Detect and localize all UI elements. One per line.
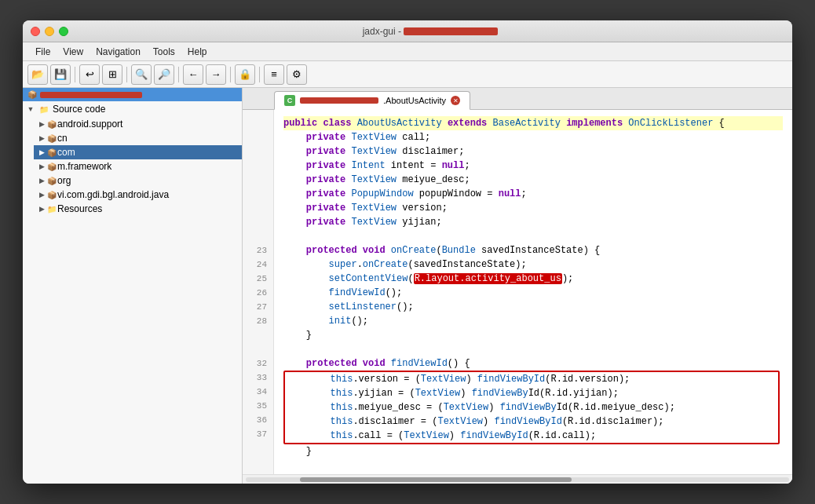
- line-numbers: 23 24 25 26 27 28 32 33 34 35 36 37: [243, 110, 274, 474]
- code-line-setcontent: setContentView(R.layout.activity_about_u…: [283, 272, 783, 286]
- sidebar-header-redacted: [40, 92, 142, 98]
- code-scroll[interactable]: 23 24 25 26 27 28 32 33 34 35 36 37: [243, 110, 792, 474]
- tab-redacted: [300, 97, 378, 104]
- sidebar-root-label: Source code: [53, 104, 105, 115]
- code-line-field7: private TextView yijian;: [283, 215, 783, 229]
- search-button[interactable]: 🔍: [131, 64, 152, 85]
- sidebar: 📦 ▼ 📁 Source code ▶ 📦 android.support ▶ …: [23, 88, 243, 484]
- code-line-field2: private TextView disclaimer;: [283, 144, 783, 159]
- sidebar-item-android-support[interactable]: ▶ 📦 android.support: [34, 117, 242, 131]
- package-icon-2: 📦: [46, 147, 57, 158]
- root-folder-icon: 📁: [38, 104, 49, 115]
- menu-bar: File View Navigation Tools Help: [23, 42, 792, 61]
- tab-class-icon: C: [284, 95, 295, 106]
- open-folder-button[interactable]: 📂: [27, 64, 48, 85]
- window-title: jadx-gui -: [76, 26, 784, 37]
- code-line-super: super.onCreate(savedInstanceState);: [283, 257, 783, 272]
- arrow-icon-2: ▶: [37, 148, 46, 157]
- separator-1: [75, 67, 75, 82]
- toolbar: 📂 💾 ↩ ⊞ 🔍 🔎 ← → 🔒 ≡ ⚙: [23, 61, 792, 88]
- decompile-button[interactable]: ↩: [79, 64, 100, 85]
- sidebar-item-vi[interactable]: ▶ 📦 vi.com.gdi.bgl.android.java: [34, 188, 242, 202]
- zoom-button[interactable]: 🔎: [154, 64, 174, 85]
- forward-button[interactable]: →: [206, 64, 226, 85]
- code-line-blank1: [283, 229, 783, 243]
- close-button[interactable]: [31, 27, 40, 36]
- arrow-icon-6: ▶: [37, 204, 46, 214]
- main-window: jadx-gui - File View Navigation Tools He…: [23, 20, 792, 484]
- arrow-icon-4: ▶: [37, 176, 46, 185]
- menu-file[interactable]: File: [29, 45, 57, 59]
- package-icon-0: 📦: [46, 119, 57, 130]
- code-line-34: this.yijian = (TextView) findViewById(R.…: [285, 386, 778, 400]
- code-line-37: this.call = (TextView) findViewById(R.id…: [285, 429, 778, 443]
- scrollbar-thumb: [300, 477, 572, 482]
- sidebar-root-item[interactable]: ▼ 📁 Source code: [23, 101, 242, 117]
- traffic-lights: [31, 27, 68, 36]
- main-content: 📦 ▼ 📁 Source code ▶ 📦 android.support ▶ …: [23, 88, 792, 484]
- back-button[interactable]: ←: [183, 64, 203, 85]
- code-line-field4: private TextView meiyue_desc;: [283, 173, 783, 187]
- code-line-field3: private Intent intent = null;: [283, 159, 783, 173]
- code-tab[interactable]: C .AboutUsActivity ✕: [274, 91, 470, 110]
- scrollbar-track: [246, 477, 789, 482]
- separator-2: [126, 67, 127, 82]
- arrow-icon-5: ▶: [37, 190, 46, 199]
- sidebar-item-com[interactable]: ▶ 📦 com: [34, 145, 242, 159]
- red-highlight-box: this.version = (TextView) findViewById(R…: [283, 371, 780, 444]
- root-arrow-icon: ▼: [26, 104, 35, 114]
- package-icon-5: 📦: [46, 189, 57, 200]
- sidebar-header: 📦: [23, 88, 242, 101]
- sidebar-item-mframework[interactable]: ▶ 📦 m.framework: [34, 159, 242, 173]
- title-redacted: [404, 27, 498, 35]
- code-line-closebrace2: }: [283, 444, 783, 458]
- code-body: 23 24 25 26 27 28 32 33 34 35 36 37: [243, 110, 792, 474]
- list-button[interactable]: ≡: [264, 64, 284, 85]
- code-content: public class AboutUsActivity extends Bas…: [274, 110, 792, 474]
- folder-icon-6: 📁: [46, 203, 57, 214]
- sidebar-item-org[interactable]: ▶ 📦 org: [34, 173, 242, 188]
- maximize-button[interactable]: [59, 27, 68, 36]
- code-line-findviewid: protected void findViewId() {: [283, 356, 783, 371]
- code-line-field5: private PopupWindow popupWindow = null;: [283, 187, 783, 201]
- horizontal-scrollbar[interactable]: [243, 474, 792, 484]
- sidebar-item-resources[interactable]: ▶ 📁 Resources: [34, 202, 242, 216]
- package-icon-1: 📦: [46, 133, 57, 144]
- code-line-setlinstener: setLinstener();: [283, 300, 783, 314]
- tab-label: .AboutUsActivity: [383, 96, 446, 105]
- title-bar: jadx-gui -: [23, 20, 792, 42]
- code-line-field6: private TextView version;: [283, 201, 783, 215]
- tab-close-button[interactable]: ✕: [451, 96, 460, 105]
- code-line-35: this.meiyue_desc = (TextView) findViewBy…: [285, 400, 778, 415]
- grid-button[interactable]: ⊞: [102, 64, 122, 85]
- menu-navigation[interactable]: Navigation: [90, 45, 147, 59]
- menu-help[interactable]: Help: [181, 45, 214, 59]
- code-line-oncreate: protected void onCreate(Bundle savedInst…: [283, 243, 783, 257]
- tab-bar: C .AboutUsActivity ✕: [243, 88, 792, 110]
- arrow-icon-0: ▶: [37, 119, 46, 129]
- code-line-33: this.version = (TextView) findViewById(R…: [285, 372, 778, 386]
- sidebar-item-cn[interactable]: ▶ 📦 cn: [34, 131, 242, 145]
- code-line-field1: private TextView call;: [283, 130, 783, 144]
- minimize-button[interactable]: [45, 27, 54, 36]
- settings-button[interactable]: ⚙: [287, 64, 307, 85]
- separator-5: [259, 67, 260, 82]
- code-line-class: public class AboutUsActivity extends Bas…: [283, 116, 783, 130]
- arrow-icon-1: ▶: [37, 133, 46, 143]
- arrow-icon-3: ▶: [37, 162, 46, 171]
- code-line-blank2: [283, 342, 783, 356]
- menu-view[interactable]: View: [57, 45, 90, 59]
- lock-button[interactable]: 🔒: [235, 64, 255, 85]
- separator-3: [178, 67, 179, 82]
- code-line-init: init();: [283, 314, 783, 328]
- code-line-36: this.disclaimer = (TextView) findViewByI…: [285, 415, 778, 429]
- code-line-closebrace1: }: [283, 328, 783, 342]
- code-line-findview: findViewId();: [283, 286, 783, 300]
- save-button[interactable]: 💾: [50, 64, 71, 85]
- package-icon-4: 📦: [46, 175, 57, 186]
- menu-tools[interactable]: Tools: [147, 45, 181, 59]
- separator-4: [230, 67, 231, 82]
- package-icon-3: 📦: [46, 161, 57, 172]
- code-area: C .AboutUsActivity ✕: [243, 88, 792, 484]
